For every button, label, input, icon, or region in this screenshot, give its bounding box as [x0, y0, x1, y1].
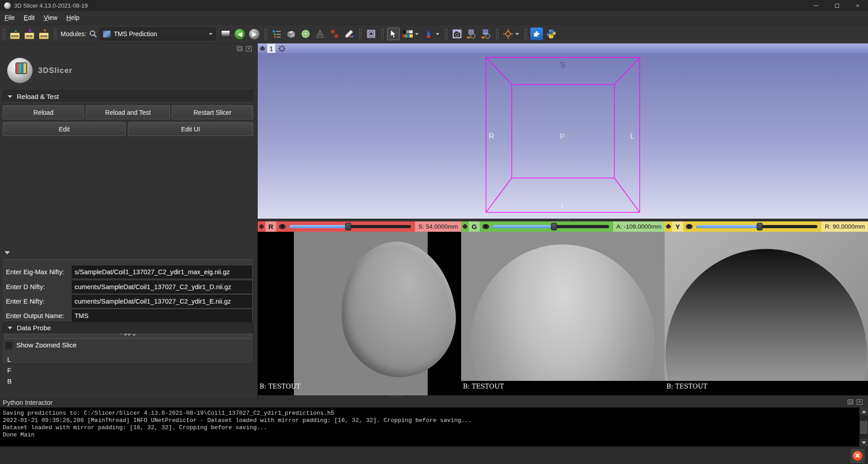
view3d-label: 1 [267, 44, 275, 53]
eye-visibility-icon[interactable] [686, 224, 693, 229]
scene-view-restore-button[interactable] [480, 28, 492, 40]
scene-view-capture-button[interactable] [465, 28, 478, 40]
panel-close-icon[interactable]: × [246, 46, 252, 52]
toolbar-grip[interactable] [359, 28, 362, 40]
toolbar-grip[interactable] [2, 28, 5, 40]
edit-button[interactable]: Edit [3, 122, 126, 136]
pin-icon[interactable] [665, 224, 671, 230]
minimize-button[interactable] [806, 0, 826, 11]
seed-markers-icon [329, 28, 340, 39]
screenshot-button[interactable] [451, 28, 463, 40]
view3d-controller-bar[interactable]: 1 [258, 43, 868, 53]
pin-icon[interactable] [259, 46, 265, 52]
splitter-grip-dots[interactable] [556, 219, 570, 221]
pin-icon[interactable] [462, 224, 468, 230]
green-slice-viewport[interactable]: B: TESTOUT [461, 232, 665, 395]
maximize-button[interactable] [826, 0, 847, 11]
slider-thumb[interactable] [345, 223, 351, 230]
reload-test-section-header[interactable]: Reload & Test [3, 90, 253, 103]
forward-arrow-icon: ▶ [249, 29, 259, 39]
d-nifty-input[interactable] [72, 281, 252, 293]
module-selector[interactable]: TMS Prediction [100, 28, 216, 40]
module-forward-button[interactable]: ▶ [248, 28, 261, 40]
slider-thumb[interactable] [757, 223, 763, 230]
reload-button[interactable]: Reload [3, 105, 84, 119]
console-scrollbar[interactable] [859, 408, 868, 446]
seed-markers-button[interactable] [328, 28, 341, 40]
module-selector-value: TMS Prediction [114, 30, 209, 37]
data-probe-section-header[interactable]: Data Probe [3, 322, 253, 334]
yellow-slice-background-label: B: TESTOUT [666, 383, 708, 390]
green-slice-slider[interactable] [493, 225, 609, 228]
toolbar-grip[interactable] [524, 28, 527, 40]
slider-thumb[interactable] [551, 223, 557, 230]
load-data-button[interactable]: DATA▲ [9, 28, 21, 40]
module-search-icon[interactable] [89, 30, 97, 38]
menu-file[interactable]: File [0, 12, 19, 23]
scroll-up-icon[interactable] [859, 408, 868, 415]
toolbar-grip[interactable] [53, 28, 57, 40]
e-nifty-input[interactable] [72, 295, 252, 308]
close-button[interactable]: × [847, 0, 868, 11]
models-sphere-icon [300, 28, 311, 39]
error-log-button[interactable]: ✕ [851, 449, 864, 463]
console-close-icon[interactable]: × [857, 399, 863, 405]
yellow-slice-viewport[interactable]: B: TESTOUT [665, 232, 868, 395]
python-console[interactable]: Saving predictions to: C:/Slicer/Slicer … [0, 408, 868, 446]
menu-edit[interactable]: Edit [19, 12, 39, 23]
save-button[interactable]: SAVE▼ [38, 28, 50, 40]
red-slice-slider[interactable] [289, 225, 411, 228]
restart-slicer-button[interactable]: Restart Slicer [172, 105, 253, 119]
scrollbar-thumb[interactable] [860, 421, 867, 434]
reload-and-test-button[interactable]: Reload and Test [86, 105, 170, 119]
crosshair-dropdown-icon[interactable] [515, 33, 519, 35]
toolbar-grip[interactable] [381, 28, 384, 40]
maximize-icon [835, 4, 839, 8]
module-back-button[interactable]: ◀ [234, 28, 246, 40]
io-collapse-triangle-icon[interactable] [5, 251, 10, 254]
eig-max-input[interactable] [72, 266, 252, 278]
menu-help[interactable]: Help [62, 12, 84, 23]
eye-visibility-icon[interactable] [279, 224, 286, 229]
show-zoomed-slice-checkbox[interactable] [5, 342, 13, 349]
scroll-down-icon[interactable] [859, 439, 868, 446]
crosshair-button[interactable] [502, 28, 514, 40]
toolbar-grip[interactable] [444, 28, 448, 40]
yellow-slice-offset-readout: R: 90.0000mm [821, 221, 868, 232]
extensions-button[interactable] [530, 28, 543, 40]
window-level-button[interactable] [401, 28, 414, 40]
yellow-slice-controller[interactable]: Y R: 90.0000mm [665, 221, 868, 232]
green-slice-controller[interactable]: G A: -109.0000mm [461, 221, 665, 232]
splitter-grip-dots[interactable] [390, 395, 403, 397]
output-name-input[interactable] [72, 309, 252, 322]
place-fiducial-button[interactable] [422, 28, 435, 40]
models-module-button[interactable] [299, 28, 312, 40]
yellow-slice-slider[interactable] [696, 225, 817, 228]
python-interactor-button[interactable] [545, 28, 557, 40]
toolbar-grip[interactable] [495, 28, 499, 40]
pin-icon[interactable] [259, 224, 264, 230]
layout-selector-button[interactable] [219, 28, 232, 40]
console-float-icon[interactable] [848, 399, 853, 404]
menu-view[interactable]: View [39, 12, 62, 23]
annotate-button[interactable] [343, 28, 355, 40]
red-slice-viewport[interactable]: B: TESTOUT [258, 232, 461, 395]
volume-module-button[interactable] [285, 28, 297, 40]
view3d-options-gear-icon[interactable] [278, 45, 286, 52]
window-capture-button[interactable] [365, 28, 377, 40]
module-thumbnail-icon [103, 31, 111, 37]
view3d-viewport[interactable]: S R P L I [258, 53, 868, 219]
panel-float-icon[interactable] [237, 46, 242, 51]
toolbar-grip[interactable] [264, 28, 267, 40]
error-close-icon: ✕ [853, 451, 863, 461]
mesh-module-button[interactable] [314, 28, 326, 40]
cursor-tool-button[interactable] [387, 28, 400, 40]
red-slice-controller[interactable]: R S: 54.0000mm [258, 221, 461, 232]
eye-visibility-icon[interactable] [482, 224, 489, 229]
window-level-dropdown-icon[interactable] [415, 33, 419, 35]
back-arrow-icon: ◀ [235, 29, 245, 39]
edit-ui-button[interactable]: Edit UI [128, 122, 253, 136]
scene-tree-button[interactable] [270, 28, 283, 40]
fiducial-dropdown-icon[interactable] [436, 33, 439, 35]
load-dicom-button[interactable]: DCM⇅ [23, 28, 36, 40]
